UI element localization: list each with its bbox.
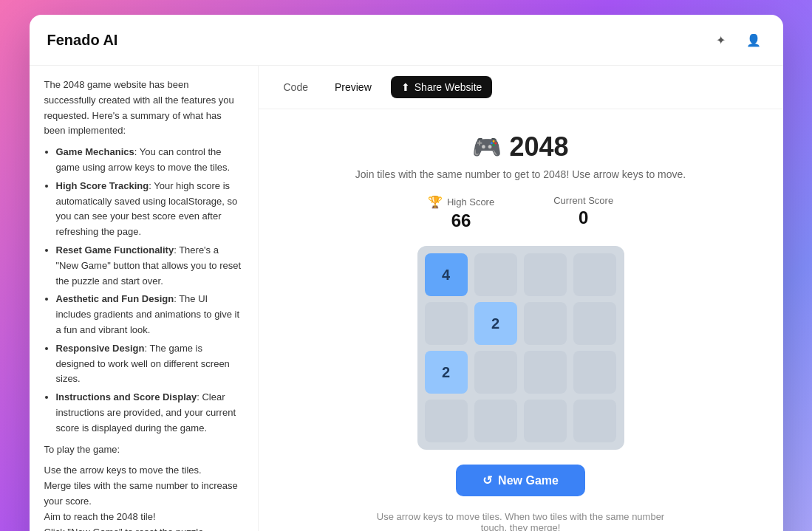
new-game-label: New Game — [498, 474, 559, 487]
high-score-label: High Score — [447, 196, 494, 208]
tile — [524, 400, 567, 442]
features-list: Game Mechanics: You can control the game… — [44, 145, 243, 436]
list-item: High Score Tracking: Your high score is … — [56, 179, 243, 240]
tile — [425, 400, 468, 442]
feature-title: Aesthetic and Fun Design — [56, 293, 174, 304]
high-score-value: 66 — [451, 210, 471, 231]
current-score-label-row: Current Score — [553, 195, 613, 206]
user-icon: 👤 — [746, 33, 761, 47]
share-button[interactable]: ⬆ Share Website — [391, 76, 493, 98]
list-item: Aesthetic and Fun Design: The UI include… — [56, 292, 243, 338]
tile: 2 — [425, 351, 468, 394]
trophy-icon: 🏆 — [428, 195, 443, 209]
sidebar-left: The 2048 game website has been successfu… — [30, 66, 259, 531]
top-bar: Fenado AI ✦ 👤 — [30, 15, 783, 66]
new-game-button[interactable]: ↺ New Game — [456, 465, 585, 496]
new-game-icon: ↺ — [482, 473, 492, 487]
current-score-label: Current Score — [553, 195, 613, 206]
feature-title: Game Mechanics — [56, 146, 134, 157]
feature-title: Responsive Design — [56, 343, 145, 354]
tile — [524, 351, 567, 394]
controller-icon: 🎮 — [472, 133, 502, 161]
tile: 2 — [474, 302, 517, 345]
list-item: Game Mechanics: You can control the game… — [56, 145, 243, 176]
sidebar-intro: The 2048 game website has been successfu… — [44, 78, 243, 139]
share-icon: ⬆ — [401, 81, 410, 93]
instructions-heading: To play the game: — [44, 442, 243, 458]
list-item: Responsive Design: The game is designed … — [56, 341, 243, 387]
high-score-box: 🏆 High Score 66 — [428, 195, 494, 231]
tab-preview[interactable]: Preview — [324, 77, 382, 97]
current-score-value: 0 — [579, 208, 588, 228]
list-item: Reset Game Functionality: There's a "New… — [56, 243, 243, 289]
app-title: Fenado AI — [47, 32, 118, 49]
game-area: 🎮 2048 Join tiles with the same number t… — [259, 109, 783, 531]
instruction-line: Use the arrow keys to move the tiles. Me… — [44, 463, 243, 531]
tile — [425, 302, 468, 345]
current-score-box: Current Score 0 — [553, 195, 613, 231]
tile — [573, 351, 616, 394]
top-bar-icons: ✦ 👤 — [709, 28, 765, 52]
tile: 4 — [425, 253, 468, 296]
feature-title: Instructions and Score Display — [56, 391, 197, 402]
tile — [474, 253, 517, 296]
game-footer-text: Use arrow keys to move tiles. When two t… — [373, 511, 669, 531]
high-score-label-row: 🏆 High Score — [428, 195, 494, 209]
main-content: The 2048 game website has been successfu… — [30, 66, 783, 531]
game-subtitle: Join tiles with the same number to get t… — [355, 168, 686, 180]
list-item: Instructions and Score Display: Clear in… — [56, 390, 243, 436]
sidebar: The 2048 game website has been successfu… — [30, 66, 259, 531]
feature-title: Reset Game Functionality — [56, 244, 174, 256]
settings-button[interactable]: ✦ — [709, 28, 733, 52]
game-board: 422 — [417, 246, 624, 450]
tile — [573, 253, 616, 296]
tab-code[interactable]: Code — [273, 77, 318, 97]
game-title: 2048 — [509, 131, 568, 162]
scores-row: 🏆 High Score 66 Current Score 0 — [428, 195, 613, 231]
tile — [524, 302, 567, 345]
right-panel: Code Preview ⬆ Share Website 🎮 2048 Join… — [259, 66, 783, 531]
tile — [573, 400, 616, 442]
settings-icon: ✦ — [716, 33, 726, 47]
tab-bar: Code Preview ⬆ Share Website — [259, 66, 783, 109]
feature-title: High Score Tracking — [56, 180, 149, 191]
tile — [524, 253, 567, 296]
tile — [474, 351, 517, 394]
tile — [573, 302, 616, 345]
share-label: Share Website — [414, 81, 482, 93]
user-button[interactable]: 👤 — [742, 28, 765, 52]
game-header: 🎮 2048 — [472, 131, 568, 162]
tile — [474, 400, 517, 442]
app-window: Fenado AI ✦ 👤 The 2048 game website has … — [30, 15, 783, 531]
